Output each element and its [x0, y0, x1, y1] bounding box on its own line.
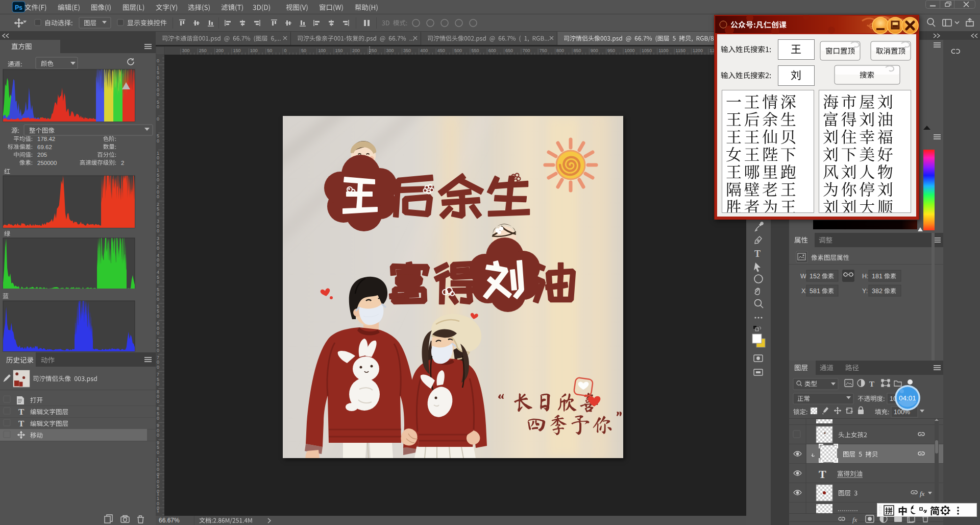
svg-text:5: 5 — [157, 308, 159, 314]
svg-text:5: 5 — [157, 133, 159, 138]
svg-text:2: 2 — [157, 184, 159, 189]
svg-text:0: 0 — [157, 399, 159, 404]
svg-text:400: 400 — [420, 48, 428, 53]
svg-text:1: 1 — [157, 151, 159, 156]
svg-text:5: 5 — [157, 411, 159, 416]
svg-text:T: T — [754, 249, 761, 259]
svg-text:T: T — [18, 419, 24, 428]
svg-text:1000: 1000 — [625, 48, 635, 53]
svg-text:250: 250 — [369, 48, 377, 53]
svg-text:0: 0 — [157, 160, 159, 165]
svg-text:0: 0 — [157, 177, 159, 182]
svg-text:8: 8 — [157, 389, 159, 394]
svg-text:205: 205 — [37, 152, 47, 158]
svg-text:5: 5 — [157, 304, 159, 309]
svg-text:0: 0 — [157, 381, 159, 387]
svg-text:1: 1 — [157, 491, 159, 496]
svg-text:5: 5 — [157, 173, 159, 178]
svg-text:6: 6 — [157, 338, 159, 343]
svg-text:0: 0 — [157, 462, 159, 467]
svg-text:66.67%: 66.67% — [159, 517, 180, 524]
svg-text:5: 5 — [157, 287, 159, 292]
svg-text:0: 0 — [157, 228, 159, 233]
svg-text:0: 0 — [157, 479, 159, 484]
svg-text:1: 1 — [157, 496, 159, 501]
svg-text:5: 5 — [157, 70, 159, 75]
svg-text:5: 5 — [157, 275, 159, 280]
svg-text:850: 850 — [574, 48, 581, 53]
svg-text:1: 1 — [157, 82, 159, 87]
svg-text:1200: 1200 — [693, 48, 703, 53]
svg-text:150: 150 — [233, 48, 240, 53]
svg-text:0: 0 — [157, 58, 159, 63]
svg-text:fx: fx — [852, 516, 857, 523]
svg-text:500: 500 — [454, 48, 462, 53]
svg-text:1150: 1150 — [676, 48, 685, 53]
svg-text:5: 5 — [157, 241, 159, 246]
svg-text:1: 1 — [157, 508, 159, 513]
svg-text:1100: 1100 — [658, 48, 668, 53]
svg-text:0: 0 — [157, 262, 159, 268]
svg-text:1: 1 — [157, 168, 159, 173]
svg-text:250: 250 — [199, 48, 207, 53]
svg-text:7: 7 — [157, 355, 159, 360]
svg-text:200: 200 — [352, 48, 360, 53]
svg-text:0: 0 — [157, 314, 159, 319]
svg-text:04:01: 04:01 — [899, 394, 916, 402]
svg-text:5: 5 — [157, 206, 159, 211]
svg-text:3: 3 — [157, 219, 159, 224]
svg-text:0: 0 — [157, 501, 159, 506]
svg-text:100: 100 — [318, 48, 326, 53]
svg-text:0: 0 — [157, 138, 159, 144]
svg-text:250000: 250000 — [37, 160, 57, 166]
svg-text:0: 0 — [284, 48, 287, 53]
svg-text:0: 0 — [157, 326, 159, 331]
svg-text:0: 0 — [157, 467, 159, 472]
svg-text:950: 950 — [607, 48, 615, 53]
svg-text:382: 382 — [872, 288, 883, 295]
svg-text:600: 600 — [488, 48, 496, 53]
svg-text:1050: 1050 — [642, 48, 652, 53]
svg-text:0: 0 — [157, 360, 159, 365]
svg-text:900: 900 — [591, 48, 598, 53]
svg-text:100: 100 — [250, 48, 258, 53]
svg-text:150: 150 — [335, 48, 343, 53]
svg-text:Y:: Y: — [862, 288, 868, 295]
svg-text:6: 6 — [157, 321, 159, 326]
svg-text:650: 650 — [505, 48, 513, 53]
svg-text:0: 0 — [157, 92, 159, 97]
svg-text:8: 8 — [157, 406, 159, 411]
svg-text:1: 1 — [157, 474, 159, 479]
svg-text:0: 0 — [157, 365, 159, 370]
svg-text:450: 450 — [437, 48, 445, 53]
svg-text:0: 0 — [157, 104, 159, 109]
svg-text:0: 0 — [157, 450, 159, 455]
svg-text:0: 0 — [157, 394, 159, 399]
svg-text:0: 0 — [157, 292, 159, 297]
svg-text:581: 581 — [810, 288, 820, 295]
svg-text:fx: fx — [920, 490, 925, 497]
svg-text:0: 0 — [157, 257, 159, 262]
svg-text:9: 9 — [157, 440, 159, 445]
svg-text:0: 0 — [157, 211, 159, 217]
svg-text:2: 2 — [121, 160, 124, 166]
svg-text:700: 700 — [522, 48, 530, 53]
svg-text:152: 152 — [810, 273, 820, 280]
svg-text:H:: H: — [862, 273, 869, 280]
svg-text:0: 0 — [157, 87, 159, 92]
svg-text:350: 350 — [403, 48, 411, 53]
svg-text:550: 550 — [471, 48, 479, 53]
svg-text:0: 0 — [157, 75, 159, 80]
svg-text:0: 0 — [157, 224, 159, 229]
svg-text:T: T — [869, 380, 874, 388]
svg-text:300: 300 — [386, 48, 394, 53]
svg-text:0: 0 — [157, 416, 159, 421]
svg-text:0: 0 — [157, 428, 159, 433]
svg-text:0: 0 — [157, 330, 159, 336]
svg-text:0: 0 — [157, 194, 159, 199]
svg-text:7: 7 — [157, 372, 159, 377]
svg-text:T: T — [18, 407, 24, 417]
svg-text:1: 1 — [157, 65, 159, 70]
svg-text:5: 5 — [157, 100, 159, 105]
svg-text:750: 750 — [540, 48, 547, 53]
